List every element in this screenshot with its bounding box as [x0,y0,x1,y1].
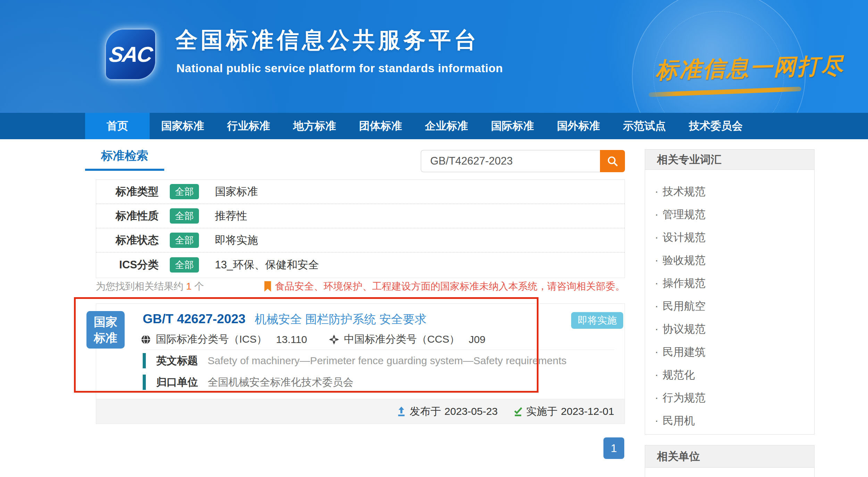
filter-panel: 标准类型 全部 国家标准 标准性质 全部 推荐性 标准状态 全部 即将实施 IC… [96,179,625,278]
implement-icon [513,406,526,417]
filter-value[interactable]: 13_环保、保健和安全 [215,258,319,272]
filter-value[interactable]: 即将实施 [215,233,258,248]
sac-logo-text: SAC [108,42,153,67]
vocab-item[interactable]: 技术规范 [655,180,814,203]
banner-slogan: 标准信息一网打尽 [655,50,845,85]
filter-row-standard-status: 标准状态 全部 即将实施 [96,228,625,253]
filter-badge-all[interactable]: 全部 [170,184,199,199]
filter-value[interactable]: 国家标准 [215,184,258,199]
vocab-item[interactable]: 行为规范 [655,386,814,409]
teal-bar [143,353,146,368]
nav-item-enterprise-standards[interactable]: 企业标准 [414,113,479,139]
published-date: 2023-05-23 [444,405,498,417]
published-label: 发布于 [410,404,441,419]
related-vocabulary-panel: 相关专业词汇 技术规范 管理规范 设计规范 验收规范 操作规范 民用航空 协议规… [645,149,815,435]
english-title-row: 英文标题 Safety of machinery—Perimeter fence… [143,353,567,368]
result-card: 国家 标准 GB/T 42627-2023 机械安全 围栏防护系统 安全要求 即… [96,303,625,424]
vocab-item[interactable]: 民用机 [655,409,814,432]
card-footer: 发布于 2023-05-23 实施于 2023-12-01 [96,399,625,424]
related-vocabulary-list: 技术规范 管理规范 设计规范 验收规范 操作规范 民用航空 协议规范 民用建筑 … [645,170,814,432]
related-vocabulary-title: 相关专业词汇 [645,150,814,170]
nav-item-pilot-demo[interactable]: 示范试点 [611,113,677,139]
results-count: 为您找到相关结果约1个 [96,280,204,293]
nav-item-local-standards[interactable]: 地方标准 [282,113,348,139]
vocab-item[interactable]: 民用建筑 [655,341,814,363]
results-count-suffix: 个 [194,281,204,292]
nav-item-home[interactable]: 首页 [85,113,150,139]
standard-type-badge: 国家 标准 [86,311,125,349]
ccs-value: J09 [469,334,485,345]
nav-item-technical-committee[interactable]: 技术委员会 [677,113,754,139]
compass-icon [329,334,344,345]
filter-badge-all[interactable]: 全部 [170,208,199,224]
filter-row-ics-category: ICS分类 全部 13_环保、保健和安全 [96,253,625,277]
filter-badge-all[interactable]: 全部 [170,233,199,248]
vocab-item[interactable]: 协议规范 [655,318,814,341]
nav-item-industry-standards[interactable]: 行业标准 [216,113,282,139]
header-banner: SAC 全国标准信息公共服务平台 National public service… [0,0,868,113]
publish-icon [397,406,410,417]
card-divider [143,350,614,350]
implemented-date: 2023-12-01 [561,405,614,417]
vocab-item[interactable]: 规范化 [655,363,814,386]
published-date-group: 发布于 2023-05-23 [397,404,498,419]
nav-item-national-standards[interactable]: 国家标准 [150,113,216,139]
globe-icon [141,334,156,345]
english-title-value: Safety of machinery—Perimeter fence guar… [208,355,567,367]
site-subtitle: National public service platform for sta… [176,62,503,75]
main-nav: 首页 国家标准 行业标准 地方标准 团体标准 企业标准 国际标准 国外标准 示范… [0,113,868,139]
results-meta-row: 为您找到相关结果约1个 食品安全、环境保护、工程建设方面的国家标准未纳入本系统，… [96,279,625,294]
status-badge: 即将实施 [571,312,623,329]
results-count-prefix: 为您找到相关结果约 [96,281,183,292]
filter-label: ICS分类 [107,258,159,272]
vocab-item[interactable]: 管理规范 [655,203,814,226]
vocab-item[interactable]: 验收规范 [655,249,814,272]
tab-standard-retrieval[interactable]: 标准检索 [85,146,164,171]
filter-label: 标准类型 [107,184,159,199]
bookmark-icon [264,281,275,292]
search-bar [421,150,625,172]
type-badge-line2: 标准 [94,330,117,346]
sac-logo: SAC [106,30,155,79]
classification-row: 国际标准分类号（ICS） 13.110 中国标准分类号（CCS） J09 [141,332,485,346]
related-units-panel: 相关单位 [645,445,815,477]
ics-value: 13.110 [276,334,307,345]
nav-item-foreign-standards[interactable]: 国外标准 [545,113,611,139]
committee-value: 全国机械安全标准化技术委员会 [208,375,353,390]
nav-item-international-standards[interactable]: 国际标准 [479,113,545,139]
standard-name[interactable]: 机械安全 围栏防护系统 安全要求 [255,312,427,326]
committee-row: 归口单位 全国机械安全标准化技术委员会 [143,375,353,390]
standard-title-link[interactable]: GB/T 42627-2023 机械安全 围栏防护系统 安全要求 [143,311,427,327]
related-units-title: 相关单位 [645,445,814,468]
search-input[interactable] [421,150,600,172]
filter-row-standard-nature: 标准性质 全部 推荐性 [96,204,625,228]
results-count-number: 1 [186,281,192,292]
type-badge-line1: 国家 [94,314,117,330]
pagination-page-1[interactable]: 1 [603,437,624,459]
filter-badge-all[interactable]: 全部 [170,257,199,273]
implemented-label: 实施于 [526,404,558,419]
ics-label: 国际标准分类号（ICS） [156,332,267,346]
filter-value[interactable]: 推荐性 [215,209,247,223]
committee-label: 归口单位 [156,375,198,390]
vocab-item[interactable]: 民用航空 [655,295,814,318]
standard-number[interactable]: GB/T 42627-2023 [143,312,245,326]
filter-label: 标准性质 [107,209,159,223]
system-notice-text: 食品安全、环境保护、工程建设方面的国家标准未纳入本系统，请咨询相关部委。 [275,280,625,293]
search-icon [606,155,619,167]
implemented-date-group: 实施于 2023-12-01 [513,404,614,419]
vocab-item[interactable]: 设计规范 [655,226,814,249]
filter-row-standard-type: 标准类型 全部 国家标准 [96,180,625,204]
nav-item-group-standards[interactable]: 团体标准 [348,113,414,139]
teal-bar [143,375,146,390]
filter-label: 标准状态 [107,233,159,248]
vocab-item[interactable]: 操作规范 [655,272,814,295]
site-title: 全国标准信息公共服务平台 [175,25,479,55]
search-button[interactable] [600,150,625,172]
system-notice: 食品安全、环境保护、工程建设方面的国家标准未纳入本系统，请咨询相关部委。 [264,280,625,293]
english-title-label: 英文标题 [156,354,198,368]
ccs-label: 中国标准分类号（CCS） [344,332,460,346]
